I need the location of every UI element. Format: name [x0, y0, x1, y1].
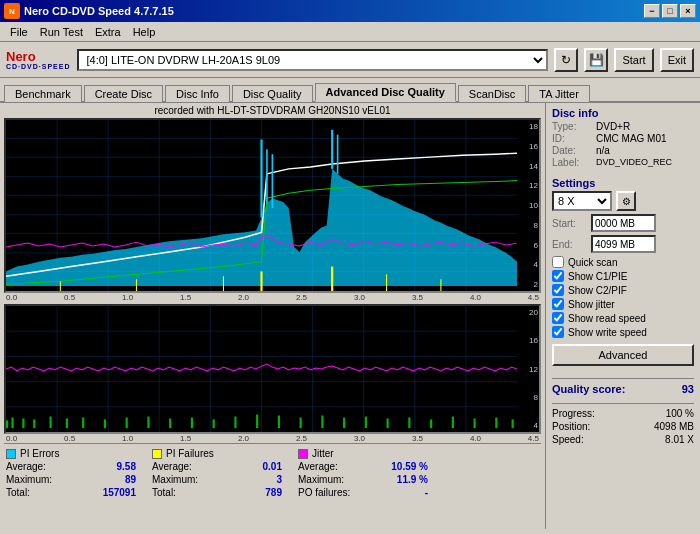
svg-rect-68 [512, 419, 514, 428]
svg-rect-66 [474, 418, 476, 428]
maximize-button[interactable]: □ [662, 4, 678, 18]
y-label-12: 12 [518, 181, 538, 190]
position-value: 4098 MB [654, 421, 694, 432]
tab-scan-disc[interactable]: ScanDisc [458, 85, 526, 102]
quick-scan-row: Quick scan [552, 256, 694, 268]
refresh-button[interactable]: ↻ [554, 48, 578, 72]
jitter-avg: Average: 10.59 % [298, 461, 428, 472]
disc-id-row: ID: CMC MAG M01 [552, 133, 694, 144]
menu-run-test[interactable]: Run Test [34, 24, 89, 40]
speed-select[interactable]: 8 X [552, 191, 612, 211]
svg-rect-55 [234, 416, 236, 428]
disc-info-title: Disc info [552, 107, 694, 119]
settings-icon-button[interactable]: ⚙ [616, 191, 636, 211]
speed-row: Speed: 8.01 X [552, 434, 694, 445]
tab-advanced-disc-quality[interactable]: Advanced Disc Quality [315, 83, 456, 102]
svg-rect-54 [213, 419, 215, 428]
y-label-10: 10 [518, 201, 538, 210]
show-jitter-checkbox[interactable] [552, 298, 564, 310]
drive-select[interactable]: [4:0] LITE-ON DVDRW LH-20A1S 9L09 [77, 49, 549, 71]
end-row: End: [552, 235, 694, 253]
minimize-button[interactable]: − [644, 4, 660, 18]
y-label-16: 16 [518, 142, 538, 151]
toolbar: Nero CD·DVD·SPEED [4:0] LITE-ON DVDRW LH… [0, 42, 700, 78]
svg-rect-65 [452, 416, 454, 428]
svg-rect-43 [11, 417, 13, 428]
quick-scan-label: Quick scan [568, 257, 617, 268]
svg-rect-57 [278, 416, 280, 429]
svg-rect-49 [104, 419, 106, 428]
svg-rect-46 [49, 416, 51, 428]
svg-rect-42 [6, 420, 8, 428]
show-write-speed-label: Show write speed [568, 327, 647, 338]
show-c2-pif-row: Show C2/PIF [552, 284, 694, 296]
svg-rect-62 [387, 418, 389, 428]
y-label-4: 4 [518, 260, 538, 269]
jitter-legend: Jitter Average: 10.59 % Maximum: 11.9 % … [298, 448, 428, 498]
svg-rect-60 [343, 417, 345, 428]
tabs-bar: Benchmark Create Disc Disc Info Disc Qua… [0, 78, 700, 103]
speed-row: 8 X ⚙ [552, 191, 694, 211]
pi-errors-title: PI Errors [6, 448, 136, 459]
show-read-speed-checkbox[interactable] [552, 312, 564, 324]
quality-row: Quality score: 93 [552, 378, 694, 395]
close-button[interactable]: × [680, 4, 696, 18]
y-label-8: 8 [518, 221, 538, 230]
tab-disc-info[interactable]: Disc Info [165, 85, 230, 102]
quick-scan-checkbox[interactable] [552, 256, 564, 268]
top-chart-area [6, 120, 517, 291]
pi-failures-title: PI Failures [152, 448, 282, 459]
pi-failures-total: Total: 789 [152, 487, 282, 498]
start-input[interactable] [591, 214, 656, 232]
menu-help[interactable]: Help [127, 24, 162, 40]
pi-errors-max: Maximum: 89 [6, 474, 136, 485]
speed-value: 8.01 X [665, 434, 694, 445]
pi-failures-icon [152, 449, 162, 459]
show-c2-pif-label: Show C2/PIF [568, 285, 627, 296]
show-c2-pif-checkbox[interactable] [552, 284, 564, 296]
y-label-16b: 16 [518, 336, 538, 345]
svg-rect-64 [430, 419, 432, 428]
tab-benchmark[interactable]: Benchmark [4, 85, 82, 102]
svg-rect-53 [191, 417, 193, 428]
logo: Nero CD·DVD·SPEED [6, 50, 71, 70]
pi-errors-total: Total: 157091 [6, 487, 136, 498]
start-row: Start: [552, 214, 694, 232]
quality-label: Quality score: [552, 383, 625, 395]
y-label-18: 18 [518, 122, 538, 131]
tab-create-disc[interactable]: Create Disc [84, 85, 163, 102]
menu-bar: File Run Test Extra Help [0, 22, 700, 42]
show-c1-pie-label: Show C1/PIE [568, 271, 627, 282]
show-read-speed-label: Show read speed [568, 313, 646, 324]
pi-errors-icon [6, 449, 16, 459]
show-c1-pie-checkbox[interactable] [552, 270, 564, 282]
y-label-4b: 4 [518, 421, 538, 430]
tab-disc-quality[interactable]: Disc Quality [232, 85, 313, 102]
disc-label-row: Label: DVD_VIDEO_REC [552, 157, 694, 168]
exit-button[interactable]: Exit [660, 48, 694, 72]
jitter-icon [298, 449, 308, 459]
svg-rect-52 [169, 418, 171, 428]
menu-file[interactable]: File [4, 24, 34, 40]
svg-rect-45 [33, 419, 35, 428]
quality-score: 93 [682, 383, 694, 395]
show-write-speed-checkbox[interactable] [552, 326, 564, 338]
end-input[interactable] [591, 235, 656, 253]
y-label-6: 6 [518, 241, 538, 250]
show-c1-pie-row: Show C1/PIE [552, 270, 694, 282]
bottom-chart-y-labels: 20 16 12 8 4 [517, 306, 539, 432]
pi-errors-avg: Average: 9.58 [6, 461, 136, 472]
menu-extra[interactable]: Extra [89, 24, 127, 40]
chart-header: recorded with HL-DT-STDVDRAM GH20NS10 vE… [4, 105, 541, 116]
start-button[interactable]: Start [614, 48, 653, 72]
tab-ta-jitter[interactable]: TA Jitter [528, 85, 590, 102]
progress-row: Progress: 100 % [552, 408, 694, 419]
save-button[interactable]: 💾 [584, 48, 608, 72]
right-panel: Disc info Type: DVD+R ID: CMC MAG M01 Da… [545, 103, 700, 529]
advanced-button[interactable]: Advanced [552, 344, 694, 366]
jitter-max: Maximum: 11.9 % [298, 474, 428, 485]
disc-type-row: Type: DVD+R [552, 121, 694, 132]
app-icon: N [4, 3, 20, 19]
jitter-title: Jitter [298, 448, 428, 459]
svg-rect-56 [256, 415, 258, 429]
